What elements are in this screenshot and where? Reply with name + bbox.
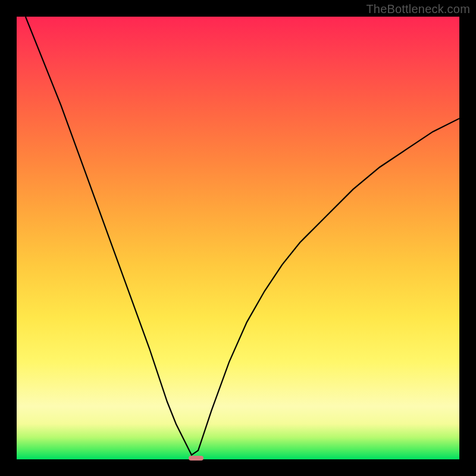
watermark-text: TheBottleneck.com: [366, 2, 470, 16]
optimum-marker: [189, 456, 203, 461]
curve-svg: [17, 17, 459, 459]
bottleneck-curve: [26, 17, 459, 455]
chart-container: TheBottleneck.com: [0, 0, 476, 476]
